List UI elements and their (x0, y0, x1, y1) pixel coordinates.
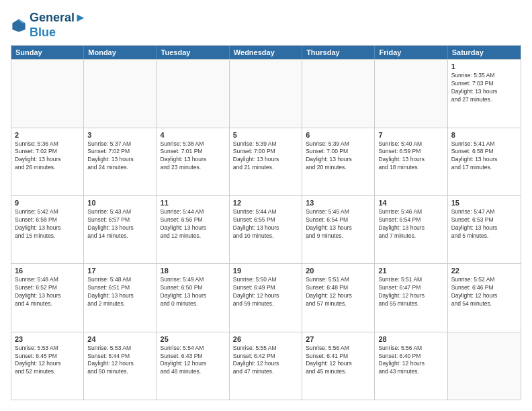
day-number: 15 (451, 199, 517, 207)
calendar-day-7: 7Sunrise: 5:40 AM Sunset: 6:59 PM Daylig… (375, 128, 447, 195)
day-info: Sunrise: 5:40 AM Sunset: 6:59 PM Dayligh… (378, 140, 443, 173)
day-info: Sunrise: 5:38 AM Sunset: 7:01 PM Dayligh… (161, 140, 226, 173)
calendar-row-1: 2Sunrise: 5:36 AM Sunset: 7:02 PM Daylig… (11, 128, 521, 195)
day-info: Sunrise: 5:35 AM Sunset: 7:03 PM Dayligh… (451, 72, 517, 104)
day-number: 6 (306, 131, 371, 139)
calendar-day-20: 20Sunrise: 5:51 AM Sunset: 6:48 PM Dayli… (302, 264, 375, 331)
day-number: 16 (15, 267, 80, 275)
day-number: 26 (233, 335, 298, 343)
day-number: 27 (306, 335, 371, 343)
calendar-day-28: 28Sunrise: 5:56 AM Sunset: 6:40 PM Dayli… (375, 332, 447, 400)
day-info: Sunrise: 5:42 AM Sunset: 6:58 PM Dayligh… (15, 208, 80, 240)
calendar-day-24: 24Sunrise: 5:53 AM Sunset: 6:44 PM Dayli… (84, 332, 157, 400)
header: General► Blue (11, 11, 521, 40)
day-number: 13 (306, 199, 371, 207)
day-number: 14 (378, 199, 443, 207)
day-header-wednesday: Wednesday (230, 46, 302, 59)
day-number: 21 (378, 267, 443, 275)
day-info: Sunrise: 5:41 AM Sunset: 6:58 PM Dayligh… (451, 140, 517, 173)
calendar-day-empty-0-5 (375, 60, 447, 127)
calendar-day-2: 2Sunrise: 5:36 AM Sunset: 7:02 PM Daylig… (11, 128, 84, 195)
day-header-saturday: Saturday (448, 46, 521, 59)
day-info: Sunrise: 5:36 AM Sunset: 7:02 PM Dayligh… (15, 140, 80, 173)
calendar-day-empty-0-3 (230, 60, 302, 127)
day-number: 11 (161, 199, 226, 207)
logo: General► Blue (11, 11, 87, 40)
calendar-day-9: 9Sunrise: 5:42 AM Sunset: 6:58 PM Daylig… (11, 196, 84, 263)
day-info: Sunrise: 5:44 AM Sunset: 6:56 PM Dayligh… (161, 208, 226, 240)
calendar-row-4: 23Sunrise: 5:53 AM Sunset: 6:45 PM Dayli… (11, 332, 521, 400)
calendar-day-21: 21Sunrise: 5:51 AM Sunset: 6:47 PM Dayli… (375, 264, 447, 331)
logo-text: General► Blue (30, 11, 87, 40)
logo-icon (11, 17, 27, 34)
day-number: 25 (161, 335, 226, 343)
calendar-day-empty-0-0 (11, 60, 84, 127)
calendar: SundayMondayTuesdayWednesdayThursdayFrid… (11, 45, 521, 400)
calendar-day-22: 22Sunrise: 5:52 AM Sunset: 6:46 PM Dayli… (448, 264, 521, 331)
calendar-day-12: 12Sunrise: 5:44 AM Sunset: 6:55 PM Dayli… (230, 196, 302, 263)
day-header-friday: Friday (375, 46, 447, 59)
day-info: Sunrise: 5:53 AM Sunset: 6:44 PM Dayligh… (87, 345, 152, 377)
day-number: 10 (87, 199, 152, 207)
day-number: 3 (87, 131, 152, 139)
day-number: 23 (15, 335, 80, 343)
day-info: Sunrise: 5:45 AM Sunset: 6:54 PM Dayligh… (306, 208, 371, 240)
calendar-day-16: 16Sunrise: 5:48 AM Sunset: 6:52 PM Dayli… (11, 264, 84, 331)
calendar-day-26: 26Sunrise: 5:55 AM Sunset: 6:42 PM Dayli… (230, 332, 302, 400)
day-number: 7 (378, 131, 443, 139)
day-info: Sunrise: 5:37 AM Sunset: 7:02 PM Dayligh… (87, 140, 152, 173)
day-info: Sunrise: 5:56 AM Sunset: 6:41 PM Dayligh… (306, 345, 371, 377)
calendar-day-8: 8Sunrise: 5:41 AM Sunset: 6:58 PM Daylig… (448, 128, 521, 195)
day-number: 1 (451, 62, 517, 71)
day-info: Sunrise: 5:50 AM Sunset: 6:49 PM Dayligh… (233, 276, 298, 308)
calendar-day-15: 15Sunrise: 5:47 AM Sunset: 6:53 PM Dayli… (448, 196, 521, 263)
calendar-day-13: 13Sunrise: 5:45 AM Sunset: 6:54 PM Dayli… (302, 196, 375, 263)
calendar-body: 1Sunrise: 5:35 AM Sunset: 7:03 PM Daylig… (11, 59, 521, 400)
page: General► Blue SundayMondayTuesdayWednesd… (0, 0, 532, 411)
day-info: Sunrise: 5:56 AM Sunset: 6:40 PM Dayligh… (378, 345, 443, 377)
day-info: Sunrise: 5:54 AM Sunset: 6:43 PM Dayligh… (161, 345, 226, 377)
day-info: Sunrise: 5:49 AM Sunset: 6:50 PM Dayligh… (161, 276, 226, 308)
calendar-day-25: 25Sunrise: 5:54 AM Sunset: 6:43 PM Dayli… (157, 332, 230, 400)
day-header-tuesday: Tuesday (157, 46, 230, 59)
day-info: Sunrise: 5:48 AM Sunset: 6:51 PM Dayligh… (87, 276, 152, 308)
day-number: 20 (306, 267, 371, 275)
calendar-day-6: 6Sunrise: 5:39 AM Sunset: 7:00 PM Daylig… (302, 128, 375, 195)
calendar-day-17: 17Sunrise: 5:48 AM Sunset: 6:51 PM Dayli… (84, 264, 157, 331)
day-info: Sunrise: 5:51 AM Sunset: 6:47 PM Dayligh… (378, 276, 443, 308)
day-number: 24 (87, 335, 152, 343)
day-number: 9 (15, 199, 80, 207)
day-number: 12 (233, 199, 298, 207)
day-number: 4 (161, 131, 226, 139)
calendar-day-empty-0-2 (157, 60, 230, 127)
day-header-monday: Monday (84, 46, 157, 59)
day-info: Sunrise: 5:43 AM Sunset: 6:57 PM Dayligh… (87, 208, 152, 240)
day-number: 19 (233, 267, 298, 275)
day-info: Sunrise: 5:48 AM Sunset: 6:52 PM Dayligh… (15, 276, 80, 308)
calendar-day-5: 5Sunrise: 5:39 AM Sunset: 7:00 PM Daylig… (230, 128, 302, 195)
day-header-thursday: Thursday (302, 46, 375, 59)
calendar-header: SundayMondayTuesdayWednesdayThursdayFrid… (11, 46, 521, 59)
calendar-day-11: 11Sunrise: 5:44 AM Sunset: 6:56 PM Dayli… (157, 196, 230, 263)
calendar-day-10: 10Sunrise: 5:43 AM Sunset: 6:57 PM Dayli… (84, 196, 157, 263)
day-number: 28 (378, 335, 443, 343)
day-header-sunday: Sunday (11, 46, 84, 59)
day-info: Sunrise: 5:47 AM Sunset: 6:53 PM Dayligh… (451, 208, 517, 240)
calendar-day-empty-0-4 (302, 60, 375, 127)
day-number: 17 (87, 267, 152, 275)
calendar-day-19: 19Sunrise: 5:50 AM Sunset: 6:49 PM Dayli… (230, 264, 302, 331)
day-number: 22 (451, 267, 517, 275)
calendar-row-0: 1Sunrise: 5:35 AM Sunset: 7:03 PM Daylig… (11, 59, 521, 127)
calendar-row-3: 16Sunrise: 5:48 AM Sunset: 6:52 PM Dayli… (11, 263, 521, 331)
calendar-day-empty-4-6 (448, 332, 521, 400)
calendar-day-23: 23Sunrise: 5:53 AM Sunset: 6:45 PM Dayli… (11, 332, 84, 400)
calendar-day-4: 4Sunrise: 5:38 AM Sunset: 7:01 PM Daylig… (157, 128, 230, 195)
day-number: 18 (161, 267, 226, 275)
day-info: Sunrise: 5:51 AM Sunset: 6:48 PM Dayligh… (306, 276, 371, 308)
calendar-row-2: 9Sunrise: 5:42 AM Sunset: 6:58 PM Daylig… (11, 195, 521, 263)
day-info: Sunrise: 5:52 AM Sunset: 6:46 PM Dayligh… (451, 276, 517, 308)
calendar-day-18: 18Sunrise: 5:49 AM Sunset: 6:50 PM Dayli… (157, 264, 230, 331)
day-number: 8 (451, 131, 517, 139)
day-number: 2 (15, 131, 80, 139)
day-info: Sunrise: 5:46 AM Sunset: 6:54 PM Dayligh… (378, 208, 443, 240)
